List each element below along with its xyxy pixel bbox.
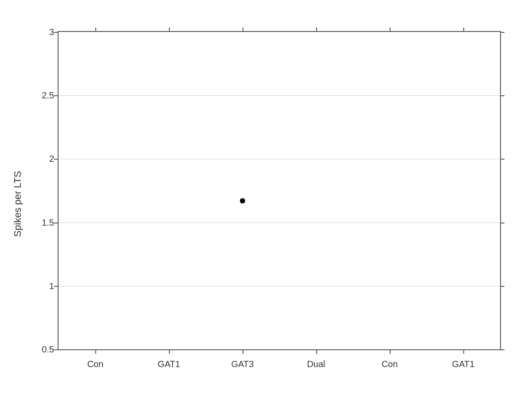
y-tick [54,95,59,96]
x-tick-top [95,27,96,32]
h-gridline [59,159,500,159]
y-tick-right [500,349,505,350]
x-tick-top [390,27,391,32]
chart-container: Spikes per LTS 0.511.522.53ConGAT1GAT3Du… [0,0,532,399]
x-tick-top [169,27,170,32]
x-tick [169,349,170,354]
y-tick-label: 1 [34,281,54,291]
x-tick [463,349,464,354]
y-tick [54,349,59,350]
y-tick-right [500,159,505,160]
h-gridline [59,286,500,286]
x-tick [95,349,96,354]
x-tick-label: Con [382,359,398,369]
y-tick [54,286,59,287]
x-tick-label: GAT1 [158,359,180,369]
x-tick-top [243,27,243,32]
x-tick-top [463,27,464,32]
y-tick-label: 2.5 [34,90,54,101]
y-axis-label: Spikes per LTS [12,171,23,237]
x-tick-label: GAT1 [452,359,475,369]
y-tick [54,159,59,160]
y-tick-right [500,95,505,96]
y-tick-right [500,32,505,33]
h-gridline [59,223,500,223]
x-tick [243,349,243,354]
y-tick-label: 2 [34,154,54,164]
x-tick-label: Dual [307,359,325,369]
y-tick-right [500,223,505,223]
y-tick-label: 1.5 [34,217,54,227]
h-gridline [59,95,500,96]
data-point [240,198,245,203]
plot-area: 0.511.522.53ConGAT1GAT3DualConGAT1 [58,31,501,350]
y-tick [54,223,59,223]
x-tick [390,349,391,354]
x-tick-top [316,27,317,32]
y-tick-right [500,286,505,287]
x-tick-label: GAT3 [231,359,254,369]
x-tick [316,349,317,354]
y-tick-label: 3 [34,27,54,37]
y-tick-label: 0.5 [34,344,54,355]
y-tick [54,32,59,33]
chart-area: Spikes per LTS 0.511.522.53ConGAT1GAT3Du… [22,22,510,386]
x-tick-label: Con [87,359,104,369]
